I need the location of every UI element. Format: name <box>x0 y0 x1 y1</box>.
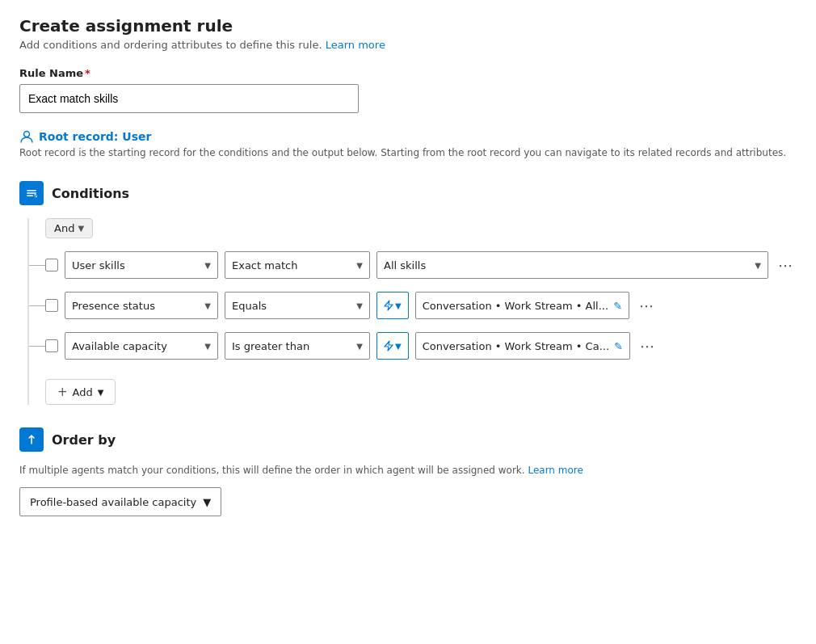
operator-chevron-icon: ▼ <box>356 301 363 310</box>
lightning-icon <box>384 340 393 351</box>
svg-rect-3 <box>27 196 33 197</box>
condition-more-button-1[interactable]: ⋯ <box>775 257 797 274</box>
order-by-description: If multiple agents match your conditions… <box>19 465 797 476</box>
plus-icon: + <box>57 385 68 399</box>
and-badge[interactable]: And ▼ <box>45 218 93 238</box>
condition-field-dropdown-1[interactable]: User skills ▼ <box>65 251 218 279</box>
condition-field-dropdown-2[interactable]: Presence status ▼ <box>65 292 218 319</box>
root-record-description: Root record is the starting record for t… <box>19 147 797 158</box>
conditions-section: Conditions And ▼ User skills ▼ Exact mat… <box>19 181 797 405</box>
condition-field-dropdown-3[interactable]: Available capacity ▼ <box>65 332 218 360</box>
learn-more-link[interactable]: Learn more <box>326 39 385 51</box>
conditions-title: Conditions <box>52 186 129 201</box>
operator-chevron-icon: ▼ <box>356 342 363 351</box>
condition-lightning-button-2[interactable]: ▼ <box>376 292 409 319</box>
condition-checkbox-1[interactable] <box>45 259 58 271</box>
condition-row: Presence status ▼ Equals ▼ ▼ Conversatio… <box>45 292 797 319</box>
root-record-section: Root record: User Root record is the sta… <box>19 129 797 158</box>
rule-name-input[interactable] <box>19 84 359 113</box>
condition-checkbox-3[interactable] <box>45 339 58 352</box>
value-chevron-icon: ▼ <box>755 261 761 270</box>
user-icon <box>19 129 34 144</box>
page-subtitle: Add conditions and ordering attributes t… <box>19 39 797 51</box>
order-by-icon <box>19 427 44 452</box>
condition-lightning-button-3[interactable]: ▼ <box>376 332 409 360</box>
order-by-header: Order by <box>19 427 797 452</box>
field-chevron-icon: ▼ <box>204 301 211 310</box>
conditions-container: And ▼ User skills ▼ Exact match ▼ All sk… <box>27 218 797 405</box>
order-by-learn-more-link[interactable]: Learn more <box>528 465 583 476</box>
profile-dropdown-chevron-icon: ▼ <box>203 496 211 508</box>
lightning-chevron-icon: ▼ <box>395 301 402 310</box>
lightning-chevron-icon: ▼ <box>395 342 402 351</box>
page-title: Create assignment rule <box>19 16 797 36</box>
condition-value-field-2: Conversation • Work Stream • All... ✎ <box>415 292 629 319</box>
condition-edit-icon-3[interactable]: ✎ <box>614 340 623 352</box>
condition-value-field-3: Conversation • Work Stream • Ca... ✎ <box>415 332 630 360</box>
add-chevron-icon: ▼ <box>98 388 104 397</box>
svg-rect-2 <box>27 192 36 194</box>
order-by-title: Order by <box>52 432 116 448</box>
order-by-profile-dropdown[interactable]: Profile-based available capacity ▼ <box>19 487 221 516</box>
conditions-icon <box>19 181 44 205</box>
and-chevron-icon: ▼ <box>78 224 84 233</box>
svg-point-0 <box>24 132 30 137</box>
add-condition-button[interactable]: + Add ▼ <box>45 379 116 405</box>
condition-operator-dropdown-1[interactable]: Exact match ▼ <box>225 251 370 279</box>
condition-edit-icon-2[interactable]: ✎ <box>613 300 622 312</box>
operator-chevron-icon: ▼ <box>356 261 363 270</box>
root-record-label: Root record: User <box>19 129 797 144</box>
condition-value-dropdown-1[interactable]: All skills ▼ <box>376 251 768 279</box>
conditions-header: Conditions <box>19 181 797 205</box>
condition-more-button-2[interactable]: ⋯ <box>636 297 658 314</box>
condition-operator-dropdown-2[interactable]: Equals ▼ <box>225 292 370 319</box>
condition-checkbox-2[interactable] <box>45 299 58 312</box>
condition-row: User skills ▼ Exact match ▼ All skills ▼… <box>45 251 797 279</box>
svg-rect-1 <box>27 190 36 192</box>
lightning-icon <box>384 300 393 311</box>
condition-operator-dropdown-3[interactable]: Is greater than ▼ <box>225 332 370 360</box>
rule-name-label: Rule Name* <box>19 67 797 79</box>
field-chevron-icon: ▼ <box>204 261 211 270</box>
condition-more-button-3[interactable]: ⋯ <box>637 338 658 355</box>
order-by-section: Order by If multiple agents match your c… <box>19 427 797 516</box>
field-chevron-icon: ▼ <box>204 342 211 351</box>
condition-row: Available capacity ▼ Is greater than ▼ ▼… <box>45 332 797 360</box>
